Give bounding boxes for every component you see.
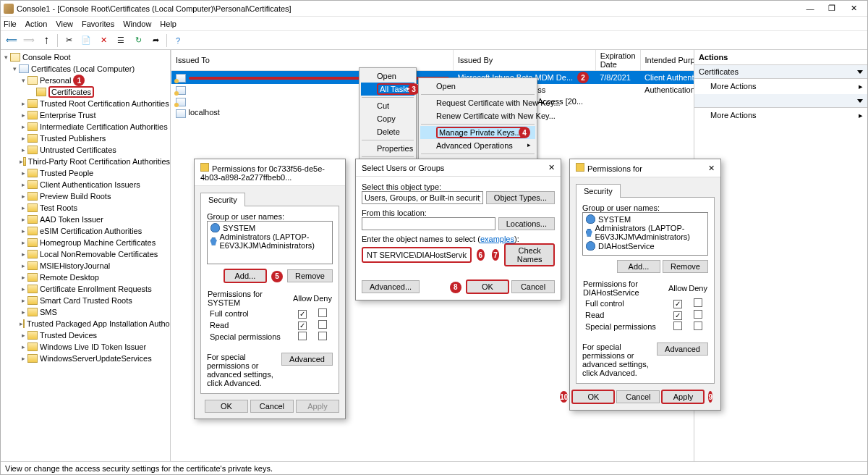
tree-item[interactable]: ▸MSIEHistoryJournal — [1, 260, 170, 272]
actions-certificates[interactable]: Certificates — [694, 65, 867, 79]
context-submenu[interactable]: Open Request Certificate with New Key...… — [418, 77, 537, 171]
delete-icon[interactable]: ✕ — [95, 33, 111, 49]
object-types-button[interactable]: Object Types... — [486, 191, 555, 204]
tree-personal[interactable]: ▾Personal 1 — [1, 75, 170, 86]
ok-select-button[interactable]: OK — [466, 279, 509, 294]
tree-item[interactable]: ▸Intermediate Certification Authorities — [1, 121, 170, 133]
ctx-properties[interactable]: Properties — [361, 142, 414, 155]
tree-item[interactable]: ▸Trusted Root Certification Authorities — [1, 98, 170, 109]
sub-open[interactable]: Open — [420, 80, 535, 93]
column-header[interactable]: Issued By — [454, 50, 596, 71]
ctx-copy[interactable]: Copy — [361, 112, 414, 125]
users-list[interactable]: SYSTEMAdministrators (LAPTOP-E6V3JKJM\Ad… — [207, 221, 333, 264]
menu-file[interactable]: File — [4, 20, 17, 28]
tree-item[interactable]: ▸Trusted People — [1, 167, 170, 179]
tree-item[interactable]: ▸Untrusted Certificates — [1, 144, 170, 156]
advanced-select-button[interactable]: Advanced... — [362, 280, 420, 293]
maximize-button[interactable]: ❐ — [821, 1, 843, 16]
menu-window[interactable]: Window — [123, 20, 151, 28]
select-users-dialog[interactable]: Select Users or Groups✕ Select this obje… — [355, 159, 561, 300]
ctx-cut[interactable]: Cut — [361, 99, 414, 112]
advanced-button[interactable]: Advanced — [281, 353, 333, 366]
security-tab-2[interactable]: Security — [576, 184, 621, 198]
menu-favorites[interactable]: Favorites — [82, 20, 114, 28]
tree-item[interactable]: ▸SMS — [1, 306, 170, 318]
ctx-open[interactable]: Open — [361, 70, 414, 83]
tree-item[interactable]: ▸Smart Card Trusted Roots — [1, 295, 170, 306]
tree-item[interactable]: ▸Trusted Publishers — [1, 133, 170, 144]
properties-icon[interactable]: ☰ — [113, 33, 129, 49]
actions-selected[interactable] — [694, 94, 867, 108]
tree-item[interactable]: ▸Certificate Enrollment Requests — [1, 283, 170, 295]
sub-renew-new-key[interactable]: Renew Certificate with New Key... — [420, 109, 535, 122]
tree-item[interactable]: ▸Preview Build Roots — [1, 190, 170, 202]
menu-bar: FileActionViewFavoritesWindowHelp — [1, 17, 867, 31]
cancel-button[interactable]: Cancel — [250, 400, 294, 413]
object-names-input[interactable] — [365, 248, 469, 261]
tree-item[interactable]: ▸AAD Token Issuer — [1, 214, 170, 225]
tree-item[interactable]: ▸Test Roots — [1, 202, 170, 214]
titlebar: Console1 - [Console Root\Certificates (L… — [1, 1, 867, 17]
ok-button-2[interactable]: OK — [571, 390, 615, 404]
sub-advanced-ops[interactable]: Advanced Operations — [420, 139, 535, 152]
tree-item[interactable]: ▸Client Authentication Issuers — [1, 179, 170, 190]
check-names-button[interactable]: Check Names — [504, 243, 555, 266]
tree-item[interactable]: ▸Third-Party Root Certification Authorit… — [1, 156, 170, 167]
tree-console-root[interactable]: ▾Console Root — [1, 51, 170, 63]
security-tab[interactable]: Security — [200, 193, 245, 206]
app-icon — [4, 4, 14, 14]
permissions-dialog-1[interactable]: Permissions for 0c733f56-de5e-4b03-a898-… — [194, 159, 346, 419]
add-button[interactable]: Add... — [224, 269, 267, 283]
tree-item[interactable]: ▸Windows Live ID Token Issuer — [1, 341, 170, 353]
tree-item[interactable]: ▸Local NonRemovable Certificates — [1, 248, 170, 260]
ctx-delete[interactable]: Delete — [361, 125, 414, 138]
tree-item[interactable]: ▸Trusted Devices — [1, 329, 170, 341]
copy-icon[interactable]: 📄 — [78, 33, 94, 49]
column-header[interactable]: Expiration Date — [595, 50, 640, 71]
menu-action[interactable]: Action — [25, 20, 48, 28]
cancel-select-button[interactable]: Cancel — [511, 280, 555, 293]
close-icon[interactable]: ✕ — [548, 163, 555, 172]
advanced-button-2[interactable]: Advanced — [657, 342, 708, 356]
ok-button[interactable]: OK — [205, 400, 248, 413]
export-icon[interactable]: ➦ — [148, 33, 163, 49]
tree-item[interactable]: ▸eSIM Certification Authorities — [1, 225, 170, 237]
remove-button-2[interactable]: Remove — [663, 260, 708, 273]
column-header[interactable]: Intended Purposes — [640, 50, 694, 71]
ctx-all-tasks[interactable]: All Tasks 3 — [361, 83, 414, 96]
minimize-button[interactable]: — — [799, 1, 821, 16]
menu-view[interactable]: View — [56, 20, 73, 28]
sub-request-new-key[interactable]: Request Certificate with New Key... — [420, 96, 535, 109]
tree-personal-certificates[interactable]: Certificates — [1, 86, 170, 98]
permissions-dialog-2[interactable]: Permissions for✕ Security Group or user … — [569, 159, 721, 411]
step-4-badge: 4 — [519, 127, 530, 138]
apply-button-2[interactable]: Apply — [661, 390, 705, 404]
back-button[interactable]: ⟸ — [4, 33, 20, 49]
context-menu[interactable]: Open All Tasks 3 Cut Copy Delete Propert… — [359, 67, 417, 174]
tree-item[interactable]: ▸Trusted Packaged App Installation Autho… — [1, 318, 170, 329]
close-icon[interactable]: ✕ — [708, 164, 715, 173]
locations-button[interactable]: Locations... — [498, 217, 555, 230]
tree-item[interactable]: ▸Remote Desktop — [1, 272, 170, 283]
tree-pane[interactable]: ▾Console Root ▾Certificates (Local Compu… — [1, 50, 171, 461]
cancel-button-2[interactable]: Cancel — [616, 390, 660, 403]
up-button[interactable]: ⭡ — [38, 33, 54, 49]
tree-item[interactable]: ▸WindowsServerUpdateServices — [1, 353, 170, 364]
apply-button[interactable]: Apply — [296, 400, 339, 413]
refresh-icon[interactable]: ↻ — [130, 33, 146, 49]
sub-manage-private-keys[interactable]: Manage Private Keys... 4 — [420, 126, 535, 139]
help-icon[interactable]: ? — [170, 33, 186, 49]
menu-help[interactable]: Help — [160, 20, 176, 28]
examples-link[interactable]: examples — [480, 235, 514, 243]
forward-button[interactable]: ⟹ — [21, 33, 37, 49]
actions-more-1[interactable]: More Actions ▸ — [694, 79, 867, 94]
tree-certificates-local[interactable]: ▾Certificates (Local Computer) — [1, 63, 170, 75]
close-button[interactable]: ✕ — [843, 1, 864, 16]
tree-item[interactable]: ▸Homegroup Machine Certificates — [1, 237, 170, 248]
actions-more-2[interactable]: More Actions ▸ — [694, 108, 867, 123]
users-list-2[interactable]: SYSTEMAdministrators (LAPTOP-E6V3JKJM\Ad… — [582, 212, 708, 256]
remove-button[interactable]: Remove — [287, 269, 333, 282]
tree-item[interactable]: ▸Enterprise Trust — [1, 109, 170, 121]
cut-icon[interactable]: ✂ — [61, 33, 77, 49]
add-button-2[interactable]: Add... — [617, 260, 660, 273]
